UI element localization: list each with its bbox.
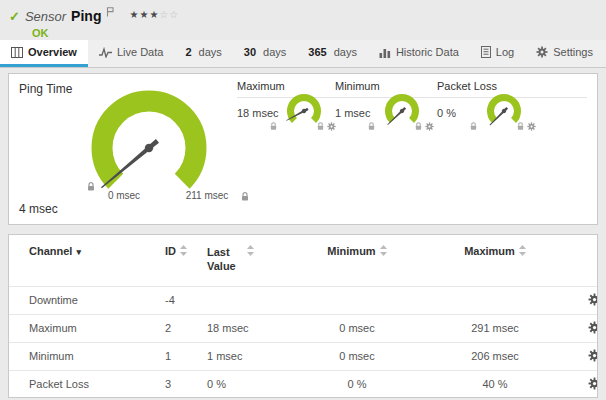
gauge-min-label: 0 msec — [101, 190, 147, 201]
lock-icon[interactable] — [368, 122, 375, 131]
log-icon — [481, 46, 491, 58]
header-label: ID — [165, 245, 176, 257]
cell-minimum: 0 % — [293, 370, 421, 398]
tab-label: days — [263, 46, 286, 58]
header-label: Last Value — [207, 245, 243, 274]
mini-gauge-title: Minimum — [335, 80, 435, 92]
mini-gauge-packet-loss: Packet Loss 0 % — [437, 80, 537, 210]
tab-bar: Overview Live Data 2days 30days 365days … — [0, 40, 606, 68]
cell-id: -4 — [159, 286, 201, 314]
cell-maximum — [421, 286, 569, 314]
header-label: Minimum — [327, 245, 375, 257]
cell-maximum: 206 msec — [421, 342, 569, 370]
lock-icon[interactable] — [270, 122, 277, 131]
channel-table: Channel▾ ID Last Value Minimum Maximum D… — [9, 235, 598, 398]
table-row[interactable]: Downtime -4 — [9, 286, 598, 314]
mini-gauge-title: Maximum — [237, 80, 337, 92]
sort-icon[interactable] — [519, 245, 526, 256]
tab-historic-data[interactable]: Historic Data — [368, 40, 470, 67]
sensor-header: ✓ Sensor Ping ★★★☆☆ OK — [0, 0, 606, 40]
channel-settings-gear-icon[interactable] — [588, 293, 598, 306]
mini-gauge-minimum: Minimum 1 msec — [335, 80, 435, 210]
stars-empty[interactable]: ☆☆ — [159, 9, 179, 20]
sort-caret-icon: ▾ — [76, 247, 81, 257]
gear-icon[interactable] — [527, 122, 536, 131]
gear-icon[interactable] — [425, 122, 434, 131]
mini-gauge-value: 18 msec — [237, 107, 279, 119]
channel-settings-gear-icon[interactable] — [588, 349, 598, 362]
tab-number: 2 — [185, 46, 191, 58]
lock-icon[interactable] — [470, 122, 477, 131]
cell-minimum: 0 msec — [293, 342, 421, 370]
tab-label: days — [199, 46, 222, 58]
cell-id: 2 — [159, 314, 201, 342]
header-id[interactable]: ID — [159, 235, 201, 286]
settings-gear-icon — [536, 46, 548, 58]
mini-gauge-value: 0 % — [437, 107, 456, 119]
header-maximum[interactable]: Maximum — [421, 235, 569, 286]
mini-gauges-section: Maximum 18 msec Minimum 1 msec — [237, 80, 587, 220]
tab-overview[interactable]: Overview — [0, 40, 88, 67]
tab-label: Historic Data — [396, 46, 459, 58]
cell-last-value: 18 msec — [201, 314, 293, 342]
tab-label: Log — [496, 46, 514, 58]
mini-gauge-value: 1 msec — [335, 107, 370, 119]
header-label: Maximum — [464, 245, 515, 257]
mini-gauge-maximum: Maximum 18 msec — [237, 80, 337, 210]
cell-channel: Minimum — [9, 342, 159, 370]
sort-icon[interactable] — [180, 245, 187, 256]
tab-settings[interactable]: Settings — [525, 40, 604, 67]
cell-last-value: 1 msec — [201, 342, 293, 370]
cell-maximum: 40 % — [421, 370, 569, 398]
channel-settings-gear-icon[interactable] — [588, 377, 598, 390]
flag-icon[interactable] — [106, 7, 114, 17]
sort-icon[interactable] — [380, 245, 387, 256]
current-value-label: 4 msec — [19, 202, 58, 216]
cell-minimum: 0 msec — [293, 314, 421, 342]
tab-2-days[interactable]: 2days — [174, 40, 232, 67]
header-channel[interactable]: Channel▾ — [9, 235, 159, 286]
object-kind-label: Sensor — [25, 9, 66, 24]
priority-stars[interactable]: ★★★☆☆ — [129, 9, 179, 20]
table-header-row: Channel▾ ID Last Value Minimum Maximum — [9, 235, 598, 286]
lock-icon[interactable] — [415, 122, 422, 131]
cell-id: 3 — [159, 370, 201, 398]
cell-last-value — [201, 286, 293, 314]
cell-minimum — [293, 286, 421, 314]
channel-settings-gear-icon[interactable] — [588, 321, 598, 334]
cell-last-value: 0 % — [201, 370, 293, 398]
cell-channel: Maximum — [9, 314, 159, 342]
tab-30-days[interactable]: 30days — [233, 40, 298, 67]
mini-gauge-title: Packet Loss — [437, 80, 537, 92]
stars-filled[interactable]: ★★★ — [129, 9, 159, 20]
status-badge: OK — [32, 27, 606, 39]
tab-label: Settings — [553, 46, 593, 58]
overview-icon — [11, 47, 23, 58]
historic-data-icon — [379, 47, 391, 58]
cell-channel: Downtime — [9, 286, 159, 314]
header-minimum[interactable]: Minimum — [293, 235, 421, 286]
table-row[interactable]: Minimum 1 1 msec 0 msec 206 msec — [9, 342, 598, 370]
tab-365-days[interactable]: 365days — [297, 40, 368, 67]
header-label: Channel — [29, 245, 72, 257]
tab-label: Live Data — [117, 46, 163, 58]
status-ok-icon: ✓ — [9, 9, 20, 24]
live-data-icon — [99, 47, 112, 58]
page-title: Ping — [71, 8, 101, 24]
table-row[interactable]: Packet Loss 3 0 % 0 % 40 % — [9, 370, 598, 398]
header-last-value[interactable]: Last Value — [201, 235, 293, 286]
gauge-arc — [102, 101, 196, 181]
tab-live-data[interactable]: Live Data — [88, 40, 174, 67]
gauge-min-lock-icon[interactable] — [87, 182, 95, 192]
cell-maximum: 291 msec — [421, 314, 569, 342]
tab-number: 365 — [308, 46, 326, 58]
table-row[interactable]: Maximum 2 18 msec 0 msec 291 msec — [9, 314, 598, 342]
cell-channel: Packet Loss — [9, 370, 159, 398]
tab-log[interactable]: Log — [470, 40, 525, 67]
tab-label: days — [334, 46, 357, 58]
lock-icon[interactable] — [517, 122, 524, 131]
lock-icon[interactable] — [317, 122, 324, 131]
sort-icon[interactable] — [247, 245, 254, 256]
ping-time-panel: Ping Time 0 msec 211 msec 4 msec Maximum… — [8, 73, 598, 225]
tab-label: Overview — [28, 46, 77, 58]
